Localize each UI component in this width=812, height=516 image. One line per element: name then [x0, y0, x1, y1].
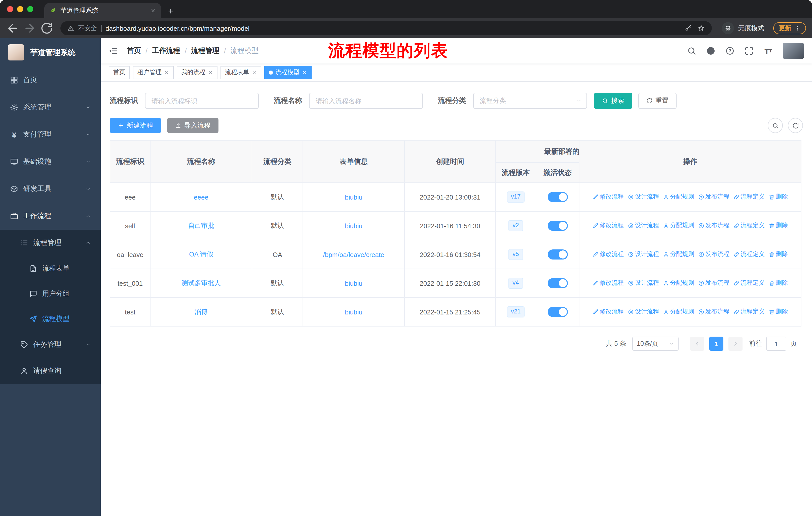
- sidebar-item-system[interactable]: 系统管理: [0, 94, 101, 121]
- github-icon[interactable]: [706, 46, 715, 55]
- process-name-input[interactable]: [309, 93, 423, 109]
- search-icon[interactable]: [687, 46, 696, 55]
- row-action-assign[interactable]: 分配规则: [663, 250, 694, 259]
- sidebar-toggle-button[interactable]: [109, 46, 118, 55]
- back-button[interactable]: [6, 22, 19, 35]
- refresh-table-button[interactable]: [788, 118, 803, 133]
- url-bar[interactable]: 不安全 dashboard.yudao.iocoder.cn/bpm/manag…: [60, 21, 712, 35]
- row-action-edit[interactable]: 修改流程: [592, 221, 624, 230]
- row-action-design[interactable]: 设计流程: [628, 279, 659, 288]
- next-page-button[interactable]: [728, 336, 743, 351]
- minimize-window-button[interactable]: [17, 6, 23, 12]
- breadcrumb-item[interactable]: 流程管理: [191, 46, 220, 55]
- password-key-icon[interactable]: [685, 25, 692, 32]
- row-action-delete[interactable]: 删除: [769, 279, 788, 288]
- sidebar-item-infrastructure[interactable]: 基础设施: [0, 148, 101, 175]
- help-icon[interactable]: [725, 46, 734, 55]
- row-action-edit[interactable]: 修改流程: [592, 193, 624, 201]
- row-action-edit[interactable]: 修改流程: [592, 308, 624, 316]
- process-category-select[interactable]: 流程分类: [473, 93, 587, 109]
- sidebar-item-user-group[interactable]: 用户分组: [0, 281, 101, 306]
- row-action-delete[interactable]: 删除: [769, 221, 788, 230]
- row-action-design[interactable]: 设计流程: [628, 308, 659, 316]
- row-action-publish[interactable]: 发布流程: [698, 250, 729, 259]
- sidebar-item-home[interactable]: 首页: [0, 66, 101, 94]
- sidebar-item-process-model[interactable]: 流程模型: [0, 306, 101, 332]
- row-action-definition[interactable]: 流程定义: [733, 279, 765, 288]
- new-process-button[interactable]: 新建流程: [110, 118, 161, 133]
- row-action-publish[interactable]: 发布流程: [698, 193, 729, 201]
- row-action-assign[interactable]: 分配规则: [663, 193, 694, 201]
- tag-tenant-management[interactable]: 租户管理: [133, 66, 174, 79]
- row-action-definition[interactable]: 流程定义: [733, 221, 765, 230]
- tag-home[interactable]: 首页: [109, 66, 130, 79]
- tab-close-icon[interactable]: [150, 7, 156, 13]
- active-toggle[interactable]: [547, 249, 568, 260]
- row-action-delete[interactable]: 删除: [769, 193, 788, 201]
- form-info-link[interactable]: /bpm/oa/leave/create: [323, 251, 384, 258]
- process-name-link[interactable]: 滔博: [195, 308, 208, 316]
- current-page-button[interactable]: 1: [709, 336, 723, 351]
- sidebar-item-payment[interactable]: ¥ 支付管理: [0, 121, 101, 148]
- page-size-select[interactable]: 10条/页: [632, 336, 678, 351]
- browser-menu-icon[interactable]: [794, 25, 801, 31]
- active-toggle[interactable]: [547, 307, 568, 317]
- row-action-publish[interactable]: 发布流程: [698, 279, 729, 288]
- tag-my-process[interactable]: 我的流程: [177, 66, 218, 79]
- row-action-edit[interactable]: 修改流程: [592, 250, 624, 259]
- tag-process-form[interactable]: 流程表单: [221, 66, 261, 79]
- close-icon[interactable]: [252, 70, 257, 75]
- form-info-link[interactable]: biubiu: [345, 222, 362, 229]
- form-info-link[interactable]: biubiu: [345, 279, 362, 287]
- goto-page-input[interactable]: [766, 336, 786, 351]
- prev-page-button[interactable]: [690, 336, 704, 351]
- row-action-assign[interactable]: 分配规则: [663, 308, 694, 316]
- close-icon[interactable]: [164, 70, 169, 75]
- forward-button[interactable]: [23, 22, 36, 35]
- active-toggle[interactable]: [547, 192, 568, 202]
- row-action-edit[interactable]: 修改流程: [592, 279, 624, 288]
- active-toggle[interactable]: [547, 221, 568, 231]
- sidebar-item-devtools[interactable]: 研发工具: [0, 175, 101, 202]
- close-window-button[interactable]: [7, 6, 13, 12]
- breadcrumb-item[interactable]: 工作流程: [152, 46, 180, 55]
- process-name-link[interactable]: OA 请假: [189, 250, 213, 258]
- row-action-design[interactable]: 设计流程: [628, 250, 659, 259]
- show-search-button[interactable]: [768, 118, 783, 133]
- sidebar-item-process-form[interactable]: 流程表单: [0, 256, 101, 281]
- sidebar-item-leave-query[interactable]: 请假查询: [0, 358, 101, 384]
- form-info-link[interactable]: biubiu: [345, 193, 362, 201]
- breadcrumb-item[interactable]: 首页: [127, 46, 141, 55]
- close-icon[interactable]: [208, 70, 213, 75]
- font-size-icon[interactable]: TT: [764, 46, 773, 55]
- row-action-definition[interactable]: 流程定义: [733, 193, 765, 201]
- tag-process-model[interactable]: 流程模型: [264, 66, 312, 79]
- process-name-link[interactable]: 自己审批: [188, 222, 214, 229]
- sidebar-item-process-management[interactable]: 流程管理: [0, 230, 101, 256]
- user-avatar[interactable]: [783, 43, 804, 59]
- row-action-definition[interactable]: 流程定义: [733, 250, 765, 259]
- close-icon[interactable]: [302, 70, 307, 75]
- process-name-link[interactable]: 测试多审批人: [181, 279, 221, 287]
- process-id-input[interactable]: [145, 93, 259, 109]
- row-action-assign[interactable]: 分配规则: [663, 279, 694, 288]
- row-action-delete[interactable]: 删除: [769, 250, 788, 259]
- sidebar-item-task-management[interactable]: 任务管理: [0, 332, 101, 358]
- row-action-design[interactable]: 设计流程: [628, 193, 659, 201]
- bookmark-star-icon[interactable]: [698, 25, 705, 32]
- row-action-assign[interactable]: 分配规则: [663, 221, 694, 230]
- sidebar-item-workflow[interactable]: 工作流程: [0, 202, 101, 230]
- row-action-design[interactable]: 设计流程: [628, 221, 659, 230]
- zoom-window-button[interactable]: [27, 6, 33, 12]
- reload-button[interactable]: [40, 22, 53, 35]
- browser-tab[interactable]: 芋道管理系统: [44, 3, 161, 18]
- update-button[interactable]: 更新: [773, 22, 806, 34]
- process-name-link[interactable]: eeee: [194, 193, 208, 201]
- search-button[interactable]: 搜索: [594, 93, 632, 109]
- fullscreen-icon[interactable]: [745, 46, 754, 55]
- row-action-delete[interactable]: 删除: [769, 308, 788, 316]
- row-action-publish[interactable]: 发布流程: [698, 221, 729, 230]
- new-tab-button[interactable]: [167, 7, 174, 15]
- form-info-link[interactable]: biubiu: [345, 308, 362, 316]
- row-action-publish[interactable]: 发布流程: [698, 308, 729, 316]
